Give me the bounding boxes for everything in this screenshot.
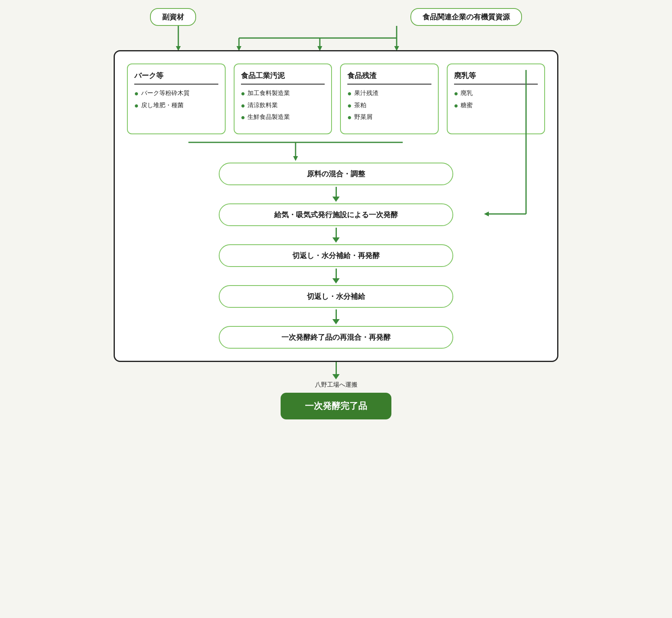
main-box: バーク等 ●バーク等粉砕木質 ●戻し堆肥・種菌 食品工業汚泥 ●加工食料製造業 … [114,50,558,362]
top-label-right: 食品関連企業の有機質資源 [410,8,522,26]
bullet-icon: ● [134,102,139,110]
final-box: 一次発酵完了品 [281,393,391,419]
category-item: ●糖蜜 [454,102,538,110]
arrow-head [332,319,340,324]
category-item: ●野菜屑 [347,113,431,122]
flow-arrow-4 [332,309,340,324]
top-label-left: 副資材 [150,8,196,26]
diagram-container: 副資材 食品関連企業の有機質資源 バーク等 ●バーク等粉砕木質 [114,8,558,419]
category-item: ●戻し堆肥・種菌 [134,102,218,110]
category-item: ●茶粕 [347,102,431,110]
connector-area-mid [127,142,545,163]
arrow-head [332,197,340,202]
bottom-connector: 八野工場へ運搬 一次発酵完了品 [281,362,391,419]
arrow-head [332,237,340,243]
arrow-line [336,187,337,197]
category-item: ●廃乳 [454,89,538,98]
category-item: ●生鮮食品製造業 [241,113,325,122]
bullet-icon: ● [241,102,245,110]
flow-step-2: 給気・吸気式発行施設による一次発酵 [219,203,453,226]
category-item: ●加工食料製造業 [241,89,325,98]
step2-wrapper: 給気・吸気式発行施設による一次発酵 [127,203,545,226]
flow-step-4: 切返し・水分補給 [219,285,453,308]
arrow-line [336,309,337,319]
flow-step-3: 切返し・水分補給・再発酵 [219,244,453,267]
bullet-icon: ● [347,113,352,122]
category-title-waste-milk: 廃乳等 [454,71,538,85]
category-box-waste-milk: 廃乳等 ●廃乳 ●糖蜜 [447,63,545,134]
bottom-line [336,362,337,374]
category-title-residue: 食品残渣 [347,71,431,85]
connector-svg-top [114,26,558,50]
svg-marker-11 [293,156,298,161]
arrow-head [332,278,340,284]
flow-arrow-2 [332,228,340,243]
bullet-icon: ● [241,113,245,122]
category-title-sludge: 食品工業汚泥 [241,71,325,85]
arrow-line [336,269,337,278]
bullet-icon: ● [454,89,459,98]
category-item: ●果汁残渣 [347,89,431,98]
bottom-arrow-head [332,374,340,379]
svg-marker-14 [484,212,489,216]
category-boxes: バーク等 ●バーク等粉砕木質 ●戻し堆肥・種菌 食品工業汚泥 ●加工食料製造業 … [127,63,545,134]
bullet-icon: ● [454,102,459,110]
connector-svg-mid [127,142,545,163]
category-item: ●バーク等粉砕木質 [134,89,218,98]
bullet-icon: ● [134,89,139,98]
arrow-line [336,228,337,237]
transport-label: 八野工場へ運搬 [315,381,357,389]
category-box-residue: 食品残渣 ●果汁残渣 ●茶粕 ●野菜屑 [340,63,439,134]
flow-step-5: 一次発酵終了品の再混合・再発酵 [219,326,453,349]
category-box-sludge: 食品工業汚泥 ●加工食料製造業 ●清涼飲料業 ●生鮮食品製造業 [234,63,332,134]
flow-step-1: 原料の混合・調整 [219,163,453,185]
bullet-icon: ● [347,89,352,98]
category-item: ●清涼飲料業 [241,102,325,110]
flow-arrow-1 [332,187,340,202]
flow-section: 原料の混合・調整 給気・吸気式発行施設による一次発酵 [127,163,545,349]
category-box-bark: バーク等 ●バーク等粉砕木質 ●戻し堆肥・種菌 [127,63,226,134]
bullet-icon: ● [241,89,245,98]
category-title-bark: バーク等 [134,71,218,85]
flow-arrow-3 [332,269,340,284]
bullet-icon: ● [347,102,352,110]
